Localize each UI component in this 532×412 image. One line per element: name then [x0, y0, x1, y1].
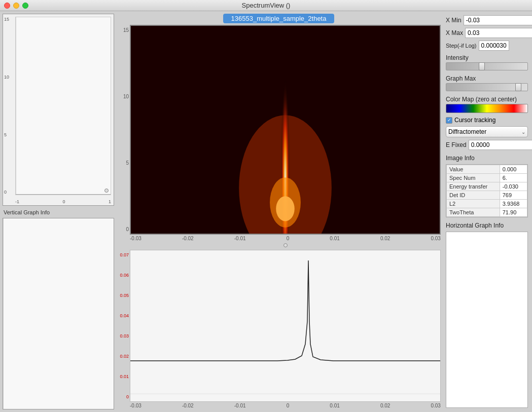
left-panel: 15 10 5 0 -1 0 1 Vertic: [0, 11, 117, 412]
intensity-track[interactable]: [446, 62, 528, 70]
efixed-input[interactable]: [469, 140, 532, 150]
center-dot: [117, 242, 441, 248]
efixed-label: E Fixed: [446, 141, 467, 148]
spectrum-line-svg: [130, 250, 440, 401]
vertical-graph-label: Vertical Graph Info: [3, 209, 114, 215]
h-graph-y-axis: 0.07 0.06 0.05 0.04 0.03 0.02 0.01 0: [117, 250, 130, 402]
spectrum-title: 136553_multiple_sample_2theta: [223, 14, 335, 23]
window-title: SpectrumView (): [242, 2, 291, 9]
left-top-graph-svg: [16, 17, 111, 195]
table-row: TwoTheta 71.90: [447, 208, 527, 217]
cursor-tracking-row[interactable]: Cursor tracking: [446, 117, 528, 124]
heatmap-svg: [131, 26, 440, 234]
horizontal-graph-info-box: [446, 232, 528, 408]
heatmap-canvas: [131, 26, 440, 234]
title-bar: 136553_multiple_sample_2theta: [117, 14, 441, 23]
xmax-input[interactable]: [465, 28, 532, 38]
maximize-button[interactable]: [22, 3, 28, 9]
minimize-button[interactable]: [13, 3, 19, 9]
color-map-label: Color Map (zero at center): [446, 96, 528, 103]
top-left-graph: 15 10 5 0 -1 0 1: [3, 14, 114, 206]
xmin-row: X Min: [446, 15, 528, 25]
step-input[interactable]: [479, 41, 509, 51]
step-label: Step(-if Log): [446, 43, 477, 49]
efixed-row: E Fixed: [446, 140, 528, 150]
diffractometer-dropdown[interactable]: Diffractometer ⌄: [446, 126, 528, 137]
svg-rect-2: [3, 218, 114, 409]
image-info-table: Value 0.000 Spec Num 6. Energy transfer …: [446, 164, 528, 217]
color-map-section: Color Map (zero at center): [446, 95, 528, 114]
xmin-label: X Min: [446, 17, 462, 24]
step-row: Step(-if Log): [446, 41, 528, 51]
image-info-data: Value 0.000 Spec Num 6. Energy transfer …: [446, 165, 527, 217]
center-panel: 136553_multiple_sample_2theta 15 10 5 0: [117, 11, 443, 412]
small-dot: [104, 187, 109, 194]
graph-max-slider-container: Graph Max: [446, 75, 528, 91]
titlebar: SpectrumView (): [0, 0, 532, 11]
svg-rect-11: [131, 26, 440, 234]
heatmap-x-axis: -0.03 -0.02 -0.01 0 0.01 0.02 0.03: [117, 235, 441, 242]
window-buttons: [4, 3, 28, 9]
main-content: 15 10 5 0 -1 0 1 Vertic: [0, 11, 532, 412]
close-button[interactable]: [4, 3, 10, 9]
xmin-input[interactable]: [464, 15, 532, 25]
right-panel: X Min X Max Step(-if Log) Intensity Grap…: [443, 11, 532, 412]
horizontal-graph-info-label: Horizontal Graph Info: [446, 222, 528, 229]
table-row: Value 0.000: [447, 165, 527, 174]
xmax-row: X Max: [446, 28, 528, 38]
y-axis-main: 15 10 5 0: [117, 25, 130, 235]
bottom-left-graph: [3, 218, 114, 410]
graph-max-track[interactable]: [446, 83, 528, 91]
spectrum-graph: [130, 250, 441, 402]
graph-max-label: Graph Max: [446, 75, 528, 82]
table-row: Energy transfer -0.030: [447, 182, 527, 191]
dropdown-arrow-icon: ⌄: [521, 129, 525, 135]
image-info-label: Image Info: [446, 155, 528, 162]
diffractometer-label: Diffractometer: [448, 128, 486, 135]
lower-x-axis: -0.03 -0.02 -0.01 0 0.01 0.02 0.03: [117, 402, 441, 409]
table-row: L2 3.9368: [447, 200, 527, 208]
table-row: Det ID 769: [447, 191, 527, 200]
cursor-tracking-label: Cursor tracking: [454, 117, 495, 124]
xmax-label: X Max: [446, 29, 463, 36]
intensity-slider-container: Intensity: [446, 54, 528, 70]
graph-max-thumb[interactable]: [515, 83, 521, 91]
color-map-bar: [446, 104, 528, 113]
heatmap[interactable]: [130, 25, 441, 235]
bottom-left-graph-svg: [3, 218, 114, 409]
intensity-thumb[interactable]: [479, 62, 485, 70]
cursor-tracking-checkbox[interactable]: [446, 117, 452, 124]
table-row: Spec Num 6.: [447, 174, 527, 182]
intensity-label: Intensity: [446, 54, 528, 61]
